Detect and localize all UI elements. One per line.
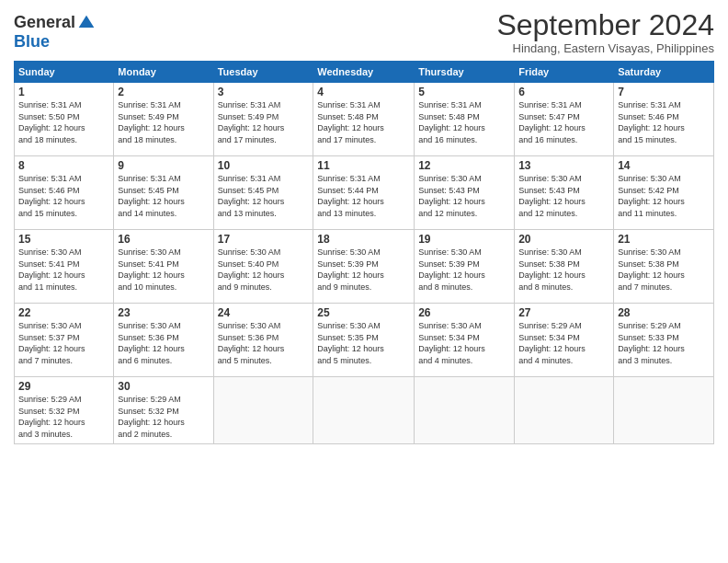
header-tuesday: Tuesday: [213, 62, 313, 83]
day-number: 11: [317, 159, 410, 172]
day-info: Sunrise: 5:30 AM Sunset: 5:41 PM Dayligh…: [118, 247, 185, 292]
calendar-week-2: 15Sunrise: 5:30 AM Sunset: 5:41 PM Dayli…: [15, 230, 714, 304]
day-number: 6: [518, 86, 609, 98]
day-number: 13: [518, 159, 609, 172]
day-info: Sunrise: 5:29 AM Sunset: 5:32 PM Dayligh…: [118, 395, 185, 439]
calendar-week-3: 22Sunrise: 5:30 AM Sunset: 5:37 PM Dayli…: [15, 304, 714, 377]
table-row: 5Sunrise: 5:31 AM Sunset: 5:48 PM Daylig…: [415, 83, 515, 156]
day-number: 22: [18, 306, 109, 319]
day-number: 14: [618, 159, 710, 172]
table-row: 2Sunrise: 5:31 AM Sunset: 5:49 PM Daylig…: [114, 83, 213, 156]
logo-icon: [77, 14, 96, 32]
location: Hindang, Eastern Visayas, Philippines: [496, 41, 714, 55]
day-info: Sunrise: 5:30 AM Sunset: 5:41 PM Dayligh…: [18, 247, 85, 292]
day-info: Sunrise: 5:31 AM Sunset: 5:44 PM Dayligh…: [317, 174, 384, 218]
header-row: Sunday Monday Tuesday Wednesday Thursday…: [15, 62, 714, 83]
day-number: 5: [418, 86, 510, 98]
day-info: Sunrise: 5:29 AM Sunset: 5:33 PM Dayligh…: [618, 321, 685, 365]
day-number: 3: [218, 86, 310, 98]
day-info: Sunrise: 5:31 AM Sunset: 5:47 PM Dayligh…: [518, 100, 586, 144]
table-row: 10Sunrise: 5:31 AM Sunset: 5:45 PM Dayli…: [213, 156, 313, 230]
table-row: 18Sunrise: 5:30 AM Sunset: 5:39 PM Dayli…: [313, 230, 415, 304]
day-info: Sunrise: 5:30 AM Sunset: 5:36 PM Dayligh…: [218, 321, 285, 365]
table-row: 20Sunrise: 5:30 AM Sunset: 5:38 PM Dayli…: [515, 230, 614, 304]
day-number: 1: [18, 86, 109, 98]
day-info: Sunrise: 5:30 AM Sunset: 5:34 PM Dayligh…: [418, 321, 485, 365]
day-info: Sunrise: 5:31 AM Sunset: 5:49 PM Dayligh…: [218, 100, 285, 144]
day-number: 29: [18, 380, 109, 393]
table-row: [213, 377, 313, 443]
table-row: 1Sunrise: 5:31 AM Sunset: 5:50 PM Daylig…: [15, 83, 114, 156]
logo-blue-text: Blue: [14, 32, 50, 52]
day-info: Sunrise: 5:31 AM Sunset: 5:45 PM Dayligh…: [218, 174, 285, 218]
day-number: 30: [118, 380, 209, 393]
day-number: 4: [317, 86, 410, 98]
calendar-week-4: 29Sunrise: 5:29 AM Sunset: 5:32 PM Dayli…: [15, 377, 714, 443]
day-number: 19: [418, 233, 510, 246]
header-wednesday: Wednesday: [313, 62, 415, 83]
day-info: Sunrise: 5:30 AM Sunset: 5:39 PM Dayligh…: [317, 247, 384, 292]
table-row: 25Sunrise: 5:30 AM Sunset: 5:35 PM Dayli…: [313, 304, 415, 377]
day-info: Sunrise: 5:30 AM Sunset: 5:43 PM Dayligh…: [518, 174, 586, 218]
page: General Blue September 2024 Hindang, Eas…: [0, 0, 728, 563]
logo: General Blue: [14, 13, 96, 52]
day-info: Sunrise: 5:30 AM Sunset: 5:37 PM Dayligh…: [18, 321, 85, 365]
table-row: 13Sunrise: 5:30 AM Sunset: 5:43 PM Dayli…: [515, 156, 614, 230]
table-row: 4Sunrise: 5:31 AM Sunset: 5:48 PM Daylig…: [313, 83, 415, 156]
table-row: 24Sunrise: 5:30 AM Sunset: 5:36 PM Dayli…: [213, 304, 313, 377]
table-row: 27Sunrise: 5:29 AM Sunset: 5:34 PM Dayli…: [515, 304, 614, 377]
calendar-week-1: 8Sunrise: 5:31 AM Sunset: 5:46 PM Daylig…: [15, 156, 714, 230]
day-info: Sunrise: 5:31 AM Sunset: 5:46 PM Dayligh…: [18, 174, 85, 218]
day-number: 9: [118, 159, 209, 172]
day-info: Sunrise: 5:30 AM Sunset: 5:43 PM Dayligh…: [418, 174, 485, 218]
day-number: 25: [317, 306, 410, 319]
calendar: Sunday Monday Tuesday Wednesday Thursday…: [14, 61, 714, 443]
table-row: 21Sunrise: 5:30 AM Sunset: 5:38 PM Dayli…: [614, 230, 714, 304]
header-sunday: Sunday: [15, 62, 114, 83]
header-thursday: Thursday: [415, 62, 515, 83]
day-info: Sunrise: 5:30 AM Sunset: 5:38 PM Dayligh…: [518, 247, 586, 292]
day-number: 21: [618, 233, 710, 246]
table-row: 29Sunrise: 5:29 AM Sunset: 5:32 PM Dayli…: [15, 377, 114, 443]
day-info: Sunrise: 5:31 AM Sunset: 5:48 PM Dayligh…: [418, 100, 485, 144]
day-number: 15: [18, 233, 109, 246]
day-number: 18: [317, 233, 410, 246]
month-title: September 2024: [496, 9, 714, 41]
table-row: 11Sunrise: 5:31 AM Sunset: 5:44 PM Dayli…: [313, 156, 415, 230]
table-row: 14Sunrise: 5:30 AM Sunset: 5:42 PM Dayli…: [614, 156, 714, 230]
logo-text: General: [14, 13, 96, 32]
day-info: Sunrise: 5:30 AM Sunset: 5:38 PM Dayligh…: [618, 247, 685, 292]
day-number: 7: [618, 86, 710, 98]
day-number: 28: [618, 306, 710, 319]
title-section: September 2024 Hindang, Eastern Visayas,…: [496, 9, 714, 55]
table-row: 15Sunrise: 5:30 AM Sunset: 5:41 PM Dayli…: [15, 230, 114, 304]
table-row: 16Sunrise: 5:30 AM Sunset: 5:41 PM Dayli…: [114, 230, 213, 304]
day-number: 23: [118, 306, 209, 319]
header-saturday: Saturday: [614, 62, 714, 83]
table-row: 6Sunrise: 5:31 AM Sunset: 5:47 PM Daylig…: [515, 83, 614, 156]
table-row: 22Sunrise: 5:30 AM Sunset: 5:37 PM Dayli…: [15, 304, 114, 377]
calendar-week-0: 1Sunrise: 5:31 AM Sunset: 5:50 PM Daylig…: [15, 83, 714, 156]
table-row: 3Sunrise: 5:31 AM Sunset: 5:49 PM Daylig…: [213, 83, 313, 156]
day-info: Sunrise: 5:30 AM Sunset: 5:42 PM Dayligh…: [618, 174, 685, 218]
day-info: Sunrise: 5:29 AM Sunset: 5:32 PM Dayligh…: [18, 395, 85, 439]
day-number: 16: [118, 233, 209, 246]
table-row: 12Sunrise: 5:30 AM Sunset: 5:43 PM Dayli…: [415, 156, 515, 230]
table-row: [614, 377, 714, 443]
table-row: 7Sunrise: 5:31 AM Sunset: 5:46 PM Daylig…: [614, 83, 714, 156]
day-info: Sunrise: 5:31 AM Sunset: 5:45 PM Dayligh…: [118, 174, 185, 218]
table-row: [515, 377, 614, 443]
day-number: 8: [18, 159, 109, 172]
logo-general-text: General: [14, 13, 75, 32]
day-info: Sunrise: 5:30 AM Sunset: 5:36 PM Dayligh…: [118, 321, 185, 365]
day-info: Sunrise: 5:31 AM Sunset: 5:49 PM Dayligh…: [118, 100, 185, 144]
header-friday: Friday: [515, 62, 614, 83]
day-number: 27: [518, 306, 609, 319]
table-row: 9Sunrise: 5:31 AM Sunset: 5:45 PM Daylig…: [114, 156, 213, 230]
day-info: Sunrise: 5:30 AM Sunset: 5:35 PM Dayligh…: [317, 321, 384, 365]
day-number: 24: [218, 306, 310, 319]
table-row: 28Sunrise: 5:29 AM Sunset: 5:33 PM Dayli…: [614, 304, 714, 377]
table-row: 17Sunrise: 5:30 AM Sunset: 5:40 PM Dayli…: [213, 230, 313, 304]
table-row: 23Sunrise: 5:30 AM Sunset: 5:36 PM Dayli…: [114, 304, 213, 377]
header-monday: Monday: [114, 62, 213, 83]
